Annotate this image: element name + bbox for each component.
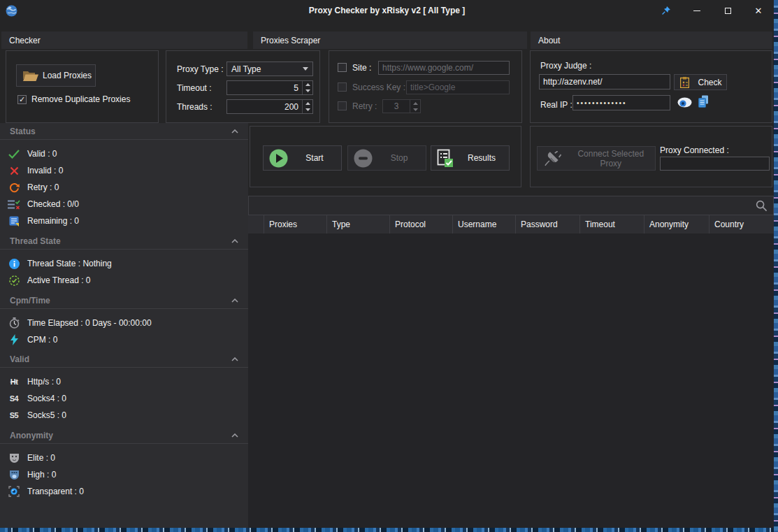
results-label: Results	[454, 153, 509, 163]
section-status-header[interactable]: Status	[0, 123, 248, 140]
column-header-proxies[interactable]: Proxies	[264, 215, 327, 233]
success-key-input	[406, 80, 510, 94]
column-label: Password	[521, 220, 558, 229]
column-label: Anonymity	[649, 220, 689, 229]
cpm-label: CPM : 0	[27, 335, 57, 345]
section-anonymity-header[interactable]: Anonymity	[0, 427, 248, 444]
results-button[interactable]: Results	[431, 145, 510, 171]
remove-duplicates-checkbox[interactable]: ✓ Remove Duplicate Proxies	[17, 94, 130, 104]
load-proxies-button[interactable]: Load Proxies	[16, 64, 96, 87]
column-header-country[interactable]: Country	[709, 215, 774, 233]
status-checked: Checked : 0/0	[0, 196, 248, 213]
maximize-button[interactable]	[712, 0, 743, 21]
settings-panel: Proxy Type : All Type Timeout : Threads …	[166, 50, 320, 123]
section-valid-header[interactable]: Valid	[0, 351, 248, 368]
column-header-timeout[interactable]: Timeout	[580, 215, 644, 233]
anonymity-high-label: High : 0	[27, 470, 56, 480]
thread-state-label: Thread State : Nothing	[27, 259, 112, 268]
stop-label: Stop	[373, 153, 426, 163]
timeout-stepper[interactable]	[226, 80, 313, 95]
column-label: Timeout	[585, 220, 615, 229]
status-valid: Valid : 0	[0, 145, 248, 162]
tab-about[interactable]: About	[531, 31, 772, 49]
site-checkbox[interactable]	[338, 63, 347, 72]
desktop-wallpaper-right	[774, 0, 778, 532]
maximize-icon	[725, 8, 731, 14]
success-key-checkbox[interactable]	[338, 82, 347, 92]
section-title: Valid	[10, 354, 29, 364]
clipboard-icon	[680, 77, 689, 88]
retry-input	[383, 100, 410, 113]
section-items: Valid : 0 Invalid : 0 Retry : 0 Checked …	[0, 140, 248, 229]
section-cpm-header[interactable]: Cpm/Time	[0, 292, 248, 309]
actions-panel: Start Stop Results	[250, 126, 521, 187]
section-items: Ht Http/s : 0 S4 Socks4 : 0 S5 Socks5 : …	[0, 368, 248, 424]
chevron-down-icon	[303, 67, 308, 71]
column-header-anonymity[interactable]: Anonymity	[644, 215, 709, 233]
status-invalid: Invalid : 0	[0, 162, 248, 179]
column-header-username[interactable]: Username	[453, 215, 516, 233]
real-ip-label: Real IP :	[540, 97, 572, 113]
threads-label: Threads :	[177, 102, 212, 112]
checked-list-icon	[8, 199, 20, 210]
retry-checkbox[interactable]	[338, 101, 347, 110]
open-folder-icon	[22, 70, 39, 82]
column-header-type[interactable]: Type	[327, 215, 390, 233]
threads-spin-buttons	[302, 100, 312, 113]
threads-stepper[interactable]	[226, 99, 313, 114]
status-retry-label: Retry : 0	[27, 182, 59, 192]
copy-ip-button[interactable]	[698, 95, 709, 108]
valid-socks4-label: Socks4 : 0	[27, 394, 66, 403]
tabstrip: Checker Proxies Scraper About	[0, 21, 774, 49]
column-header-protocol[interactable]: Protocol	[390, 215, 453, 233]
spinner-down-icon[interactable]	[303, 107, 312, 114]
proxy-judge-input[interactable]	[539, 74, 670, 89]
spinner-up-icon[interactable]	[303, 100, 312, 107]
window-controls: ✕	[651, 0, 774, 21]
proxy-type-value: All Type	[231, 64, 261, 74]
section-items: Elite : 0 High : 0 Transparent : 0	[0, 444, 248, 500]
column-header-password[interactable]: Password	[516, 215, 580, 233]
real-ip-input[interactable]	[572, 95, 670, 110]
check-button[interactable]: Check	[674, 74, 727, 90]
section-title: Thread State	[10, 236, 61, 246]
timeout-spin-buttons	[302, 81, 312, 94]
elite-mask-icon	[9, 453, 20, 463]
spinner-down-icon[interactable]	[303, 88, 312, 95]
threads-input[interactable]	[227, 100, 302, 113]
valid-http-item: Ht Http/s : 0	[0, 373, 248, 390]
section-status: Status Valid : 0 Invalid : 0 Retry : 0	[0, 123, 248, 229]
site-url-input[interactable]	[378, 61, 510, 75]
play-circle-icon	[269, 149, 288, 168]
search-input[interactable]	[249, 201, 756, 210]
column-label: Proxies	[269, 220, 297, 229]
proxy-type-dropdown[interactable]: All Type	[226, 62, 313, 76]
pin-button[interactable]	[651, 0, 682, 21]
column-label: Username	[458, 220, 496, 229]
minimize-icon	[693, 10, 700, 11]
connect-selected-proxy-button: Connect Selected Proxy	[537, 146, 656, 171]
minimize-button[interactable]	[682, 0, 712, 21]
check-button-label: Check	[693, 78, 726, 87]
stopwatch-icon	[9, 317, 20, 329]
tab-checker[interactable]: Checker	[1, 31, 247, 49]
close-icon: ✕	[755, 6, 763, 15]
screen: Proxy Checker by xRisky v2 [ All Type ] …	[0, 0, 778, 532]
column-label: Country	[714, 220, 744, 229]
start-button[interactable]: Start	[263, 145, 342, 171]
close-button[interactable]: ✕	[743, 0, 774, 21]
desktop-wallpaper-bottom	[0, 528, 778, 532]
tab-proxies-scraper[interactable]: Proxies Scraper	[253, 31, 527, 49]
reveal-ip-button[interactable]	[677, 97, 692, 108]
connect-panel: Connect Selected Proxy Proxy Connected :	[530, 126, 772, 187]
proxy-type-row: Proxy Type :	[177, 62, 223, 76]
valid-socks4-item: S4 Socks4 : 0	[0, 390, 248, 407]
timeout-input[interactable]	[227, 81, 302, 94]
threads-row: Threads :	[177, 99, 212, 114]
anonymity-transparent-item: Transparent : 0	[0, 483, 248, 500]
section-thread-header[interactable]: Thread State	[0, 233, 248, 250]
section-items: Thread State : Nothing Active Thread : 0	[0, 250, 248, 289]
eye-icon	[677, 97, 692, 108]
spinner-up-icon[interactable]	[303, 81, 312, 88]
proxy-connected-input[interactable]	[660, 157, 770, 171]
